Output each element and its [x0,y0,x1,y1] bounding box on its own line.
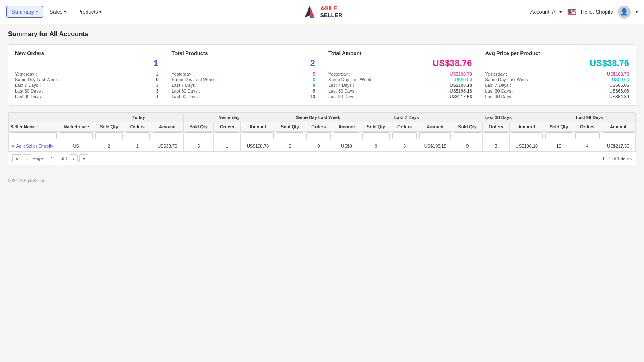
col-header-17: Sold Qty [544,122,574,132]
stat-row-label: Last 90 Days : [485,94,514,99]
filter-input-13[interactable] [419,132,451,139]
filter-input-2[interactable] [95,132,123,139]
col-header-9: Orders [305,122,332,132]
stat-row-value: US$198.18 [450,83,472,88]
filter-input-12[interactable] [392,132,417,139]
filter-input-18[interactable] [575,132,599,139]
filter-input-8[interactable] [277,132,304,139]
stat-value-new-orders: 1 [15,58,159,68]
prev-page-button[interactable]: ‹ [23,154,31,162]
col-header-4: Amount [151,122,183,132]
stat-row: Same Day Last Week :0 [172,77,316,82]
stat-row-label: Same Day Last Week : [172,77,217,82]
hello-text: Hello, Shopify [581,9,613,15]
table-cell-8: 0 [275,140,305,152]
stat-value-avg-price: US$38.76 [485,58,630,68]
col-header-14: Sold Qty [452,122,483,132]
filter-input-9[interactable] [306,132,330,139]
flag-icon: 🇺🇸 [567,8,576,16]
filter-input-16[interactable] [511,132,542,139]
col-header-16: Amount [510,122,544,132]
logo: AGILE SELLER [301,4,342,20]
header: Summary ▾ Sales ▾ Products ▾ AGILE SELLE… [0,0,644,24]
filter-input-14[interactable] [454,132,481,139]
table-cell-19: US$217.56 [601,140,635,152]
col-header-3: Orders [124,122,151,132]
avatar[interactable]: 👤 [618,6,631,19]
col-header-0[interactable]: Seller Name ↑ [9,122,58,132]
footer: 2021 © AgileSeller [0,172,644,189]
nav-sales[interactable]: Sales ▾ [45,6,71,17]
seller-name-cell[interactable]: ■AgileSeller Shopify [11,143,56,149]
stat-title-new-orders: New Orders [15,50,159,56]
stat-title-avg-price: Avg Price per Product [485,50,630,56]
table-cell-9: 0 [305,140,332,152]
filter-input-4[interactable] [153,132,182,139]
stat-value-total-amount: US$38.76 [328,58,472,68]
table-cell-6: 1 [213,140,240,152]
stat-row-value: US$0.00 [455,77,472,82]
stat-row-label: Last 90 Days : [328,94,357,99]
col-header-7: Amount [241,122,275,132]
group-header-last-7-days: Last 7 Days [361,113,452,122]
stat-row: Last 7 Days :US$66.06 [485,83,630,88]
filter-input-3[interactable] [126,132,150,139]
filter-input-6[interactable] [215,132,239,139]
table-cell-11: 9 [361,140,391,152]
stat-row: Same Day Last Week :US$0.00 [485,77,630,82]
stat-row-value: US$54.39 [609,94,629,99]
stat-row: Same Day Last Week :0 [15,77,159,82]
logo-text: AGILE SELLER [320,5,342,19]
avatar-caret-icon: ▾ [636,10,638,14]
account-caret-icon: ▾ [559,9,562,15]
stat-row-label: Last 30 Days : [485,88,514,93]
filter-input-5[interactable] [185,132,212,139]
stat-row-value: 3 [156,83,158,88]
stat-row-label: Last 7 Days : [328,83,354,88]
col-header-8: Sold Qty [275,122,305,132]
pagination-controls: « ‹ Page of 1 › » [12,154,88,162]
stat-row-label: Last 30 Days : [172,88,200,93]
stat-row: Last 30 Days :9 [172,88,316,93]
stat-row: Last 90 Days :US$54.39 [485,94,630,99]
table-cell-1: US [58,140,94,152]
page-input[interactable] [45,155,59,162]
filter-input-10[interactable] [334,132,360,139]
filter-input-7[interactable] [242,132,273,139]
data-table: TodayYesterdaySame Day Last WeekLast 7 D… [8,113,636,152]
account-dropdown[interactable]: Account: All ▾ [530,9,562,15]
last-page-button[interactable]: » [79,154,88,162]
filter-input-0[interactable] [10,132,57,139]
next-page-button[interactable]: › [70,154,78,162]
table-cell-5: 5 [184,140,214,152]
stat-row: Last 90 Days :4 [15,94,159,99]
stat-row-label: Last 7 Days : [485,83,511,88]
nav-products-label: Products [77,9,98,15]
stat-row-value: US$217.56 [450,94,472,99]
header-right: Account: All ▾ 🇺🇸 Hello, Shopify 👤 ▾ [530,6,638,19]
filter-input-19[interactable] [603,132,634,139]
nav-summary[interactable]: Summary ▾ [6,6,43,18]
stat-row-value: 9 [313,83,315,88]
items-count: 1 - 1 of 1 items [602,156,632,161]
group-header-today: Today [94,113,183,122]
filter-input-1[interactable] [60,132,93,139]
stat-row: Yesterday :1 [15,72,159,76]
stat-row: Last 7 Days :US$198.18 [328,83,472,88]
first-page-button[interactable]: « [12,154,21,162]
col-header-18: Orders [574,122,601,132]
col-header-6: Orders [213,122,240,132]
stat-row-label: Yesterday : [15,72,37,76]
filter-input-17[interactable] [545,132,573,139]
filter-input-11[interactable] [362,132,390,139]
stat-row-value: 10 [310,94,315,99]
nav-products[interactable]: Products ▾ [72,6,106,17]
filter-input-15[interactable] [484,132,508,139]
col-header-13: Amount [418,122,452,132]
stat-row-label: Same Day Last Week : [485,77,530,82]
group-header-empty [9,113,94,122]
stat-row-value: US$108.78 [450,72,472,76]
col-header-5: Sold Qty [184,122,214,132]
shopify-icon: ■ [11,143,14,149]
stat-row: Last 30 Days :US$66.06 [485,88,630,93]
